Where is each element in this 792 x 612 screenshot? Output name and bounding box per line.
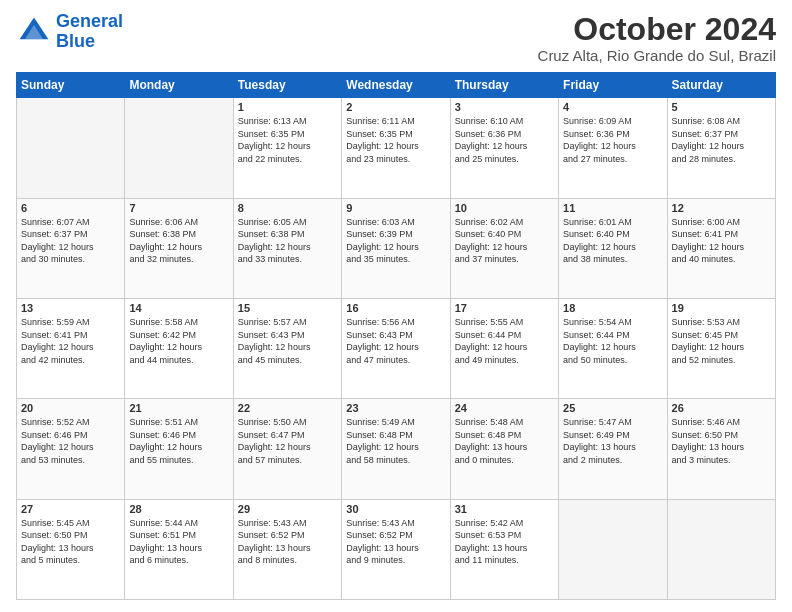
- day-header-saturday: Saturday: [667, 73, 775, 98]
- week-row-4: 27Sunrise: 5:45 AM Sunset: 6:50 PM Dayli…: [17, 499, 776, 599]
- calendar-title: October 2024: [538, 12, 776, 47]
- day-number: 14: [129, 302, 228, 314]
- day-header-tuesday: Tuesday: [233, 73, 341, 98]
- calendar-cell: 26Sunrise: 5:46 AM Sunset: 6:50 PM Dayli…: [667, 399, 775, 499]
- day-number: 16: [346, 302, 445, 314]
- day-number: 3: [455, 101, 554, 113]
- calendar-body: 1Sunrise: 6:13 AM Sunset: 6:35 PM Daylig…: [17, 98, 776, 600]
- day-info: Sunrise: 6:05 AM Sunset: 6:38 PM Dayligh…: [238, 216, 337, 266]
- day-info: Sunrise: 5:48 AM Sunset: 6:48 PM Dayligh…: [455, 416, 554, 466]
- day-number: 7: [129, 202, 228, 214]
- logo-icon: [16, 14, 52, 50]
- calendar-cell: 3Sunrise: 6:10 AM Sunset: 6:36 PM Daylig…: [450, 98, 558, 198]
- calendar-table: SundayMondayTuesdayWednesdayThursdayFrid…: [16, 72, 776, 600]
- calendar-cell: 15Sunrise: 5:57 AM Sunset: 6:43 PM Dayli…: [233, 298, 341, 398]
- title-block: October 2024 Cruz Alta, Rio Grande do Su…: [538, 12, 776, 64]
- week-row-3: 20Sunrise: 5:52 AM Sunset: 6:46 PM Dayli…: [17, 399, 776, 499]
- calendar-cell: 19Sunrise: 5:53 AM Sunset: 6:45 PM Dayli…: [667, 298, 775, 398]
- calendar-cell: 12Sunrise: 6:00 AM Sunset: 6:41 PM Dayli…: [667, 198, 775, 298]
- day-number: 21: [129, 402, 228, 414]
- day-number: 31: [455, 503, 554, 515]
- day-number: 6: [21, 202, 120, 214]
- day-number: 29: [238, 503, 337, 515]
- day-info: Sunrise: 5:51 AM Sunset: 6:46 PM Dayligh…: [129, 416, 228, 466]
- day-number: 23: [346, 402, 445, 414]
- day-number: 1: [238, 101, 337, 113]
- day-info: Sunrise: 6:13 AM Sunset: 6:35 PM Dayligh…: [238, 115, 337, 165]
- day-number: 30: [346, 503, 445, 515]
- logo: General Blue: [16, 12, 123, 52]
- calendar-cell: 30Sunrise: 5:43 AM Sunset: 6:52 PM Dayli…: [342, 499, 450, 599]
- day-number: 27: [21, 503, 120, 515]
- day-info: Sunrise: 5:43 AM Sunset: 6:52 PM Dayligh…: [346, 517, 445, 567]
- day-number: 4: [563, 101, 662, 113]
- calendar-cell: 20Sunrise: 5:52 AM Sunset: 6:46 PM Dayli…: [17, 399, 125, 499]
- day-number: 17: [455, 302, 554, 314]
- day-number: 13: [21, 302, 120, 314]
- calendar-cell: 7Sunrise: 6:06 AM Sunset: 6:38 PM Daylig…: [125, 198, 233, 298]
- calendar-cell: 8Sunrise: 6:05 AM Sunset: 6:38 PM Daylig…: [233, 198, 341, 298]
- day-number: 12: [672, 202, 771, 214]
- day-number: 5: [672, 101, 771, 113]
- day-number: 24: [455, 402, 554, 414]
- week-row-1: 6Sunrise: 6:07 AM Sunset: 6:37 PM Daylig…: [17, 198, 776, 298]
- day-number: 22: [238, 402, 337, 414]
- header-row: SundayMondayTuesdayWednesdayThursdayFrid…: [17, 73, 776, 98]
- calendar-cell: 6Sunrise: 6:07 AM Sunset: 6:37 PM Daylig…: [17, 198, 125, 298]
- calendar-cell: 23Sunrise: 5:49 AM Sunset: 6:48 PM Dayli…: [342, 399, 450, 499]
- calendar-cell: 2Sunrise: 6:11 AM Sunset: 6:35 PM Daylig…: [342, 98, 450, 198]
- logo-line2: Blue: [56, 31, 95, 51]
- calendar-cell: [667, 499, 775, 599]
- day-number: 10: [455, 202, 554, 214]
- day-number: 19: [672, 302, 771, 314]
- calendar-cell: [125, 98, 233, 198]
- day-info: Sunrise: 5:59 AM Sunset: 6:41 PM Dayligh…: [21, 316, 120, 366]
- day-info: Sunrise: 5:43 AM Sunset: 6:52 PM Dayligh…: [238, 517, 337, 567]
- day-info: Sunrise: 6:09 AM Sunset: 6:36 PM Dayligh…: [563, 115, 662, 165]
- day-info: Sunrise: 5:54 AM Sunset: 6:44 PM Dayligh…: [563, 316, 662, 366]
- logo-text: General Blue: [56, 12, 123, 52]
- day-number: 26: [672, 402, 771, 414]
- day-info: Sunrise: 5:58 AM Sunset: 6:42 PM Dayligh…: [129, 316, 228, 366]
- calendar-cell: 22Sunrise: 5:50 AM Sunset: 6:47 PM Dayli…: [233, 399, 341, 499]
- calendar-cell: 16Sunrise: 5:56 AM Sunset: 6:43 PM Dayli…: [342, 298, 450, 398]
- day-number: 20: [21, 402, 120, 414]
- day-info: Sunrise: 5:44 AM Sunset: 6:51 PM Dayligh…: [129, 517, 228, 567]
- day-number: 28: [129, 503, 228, 515]
- day-info: Sunrise: 5:55 AM Sunset: 6:44 PM Dayligh…: [455, 316, 554, 366]
- calendar-cell: 4Sunrise: 6:09 AM Sunset: 6:36 PM Daylig…: [559, 98, 667, 198]
- day-header-sunday: Sunday: [17, 73, 125, 98]
- day-header-monday: Monday: [125, 73, 233, 98]
- day-info: Sunrise: 6:10 AM Sunset: 6:36 PM Dayligh…: [455, 115, 554, 165]
- day-info: Sunrise: 5:52 AM Sunset: 6:46 PM Dayligh…: [21, 416, 120, 466]
- calendar-cell: 5Sunrise: 6:08 AM Sunset: 6:37 PM Daylig…: [667, 98, 775, 198]
- day-info: Sunrise: 6:08 AM Sunset: 6:37 PM Dayligh…: [672, 115, 771, 165]
- day-info: Sunrise: 6:02 AM Sunset: 6:40 PM Dayligh…: [455, 216, 554, 266]
- day-header-friday: Friday: [559, 73, 667, 98]
- calendar-cell: 14Sunrise: 5:58 AM Sunset: 6:42 PM Dayli…: [125, 298, 233, 398]
- day-header-thursday: Thursday: [450, 73, 558, 98]
- day-header-wednesday: Wednesday: [342, 73, 450, 98]
- calendar-cell: 13Sunrise: 5:59 AM Sunset: 6:41 PM Dayli…: [17, 298, 125, 398]
- calendar-cell: 24Sunrise: 5:48 AM Sunset: 6:48 PM Dayli…: [450, 399, 558, 499]
- calendar-cell: 18Sunrise: 5:54 AM Sunset: 6:44 PM Dayli…: [559, 298, 667, 398]
- day-info: Sunrise: 6:01 AM Sunset: 6:40 PM Dayligh…: [563, 216, 662, 266]
- calendar-subtitle: Cruz Alta, Rio Grande do Sul, Brazil: [538, 47, 776, 64]
- day-info: Sunrise: 6:06 AM Sunset: 6:38 PM Dayligh…: [129, 216, 228, 266]
- calendar-cell: 31Sunrise: 5:42 AM Sunset: 6:53 PM Dayli…: [450, 499, 558, 599]
- day-info: Sunrise: 5:45 AM Sunset: 6:50 PM Dayligh…: [21, 517, 120, 567]
- logo-line1: General: [56, 11, 123, 31]
- calendar-cell: [17, 98, 125, 198]
- day-number: 9: [346, 202, 445, 214]
- calendar-header: SundayMondayTuesdayWednesdayThursdayFrid…: [17, 73, 776, 98]
- calendar-cell: [559, 499, 667, 599]
- day-info: Sunrise: 5:42 AM Sunset: 6:53 PM Dayligh…: [455, 517, 554, 567]
- week-row-2: 13Sunrise: 5:59 AM Sunset: 6:41 PM Dayli…: [17, 298, 776, 398]
- day-number: 18: [563, 302, 662, 314]
- calendar-cell: 29Sunrise: 5:43 AM Sunset: 6:52 PM Dayli…: [233, 499, 341, 599]
- day-number: 8: [238, 202, 337, 214]
- day-number: 11: [563, 202, 662, 214]
- calendar-cell: 10Sunrise: 6:02 AM Sunset: 6:40 PM Dayli…: [450, 198, 558, 298]
- day-info: Sunrise: 5:53 AM Sunset: 6:45 PM Dayligh…: [672, 316, 771, 366]
- day-info: Sunrise: 6:03 AM Sunset: 6:39 PM Dayligh…: [346, 216, 445, 266]
